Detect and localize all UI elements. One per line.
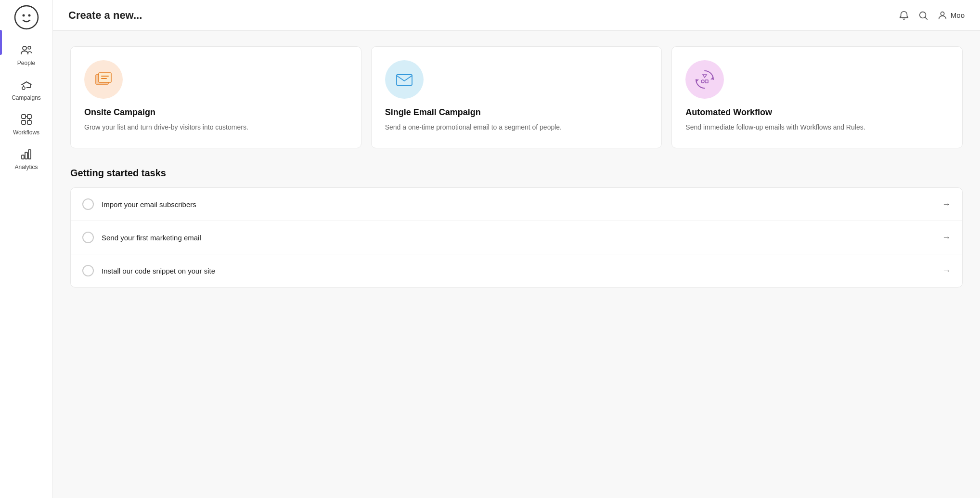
sidebar-item-campaigns[interactable]: Campaigns bbox=[0, 72, 52, 107]
svg-point-1 bbox=[22, 14, 25, 17]
task-import-subscribers[interactable]: Import your email subscribers → bbox=[71, 188, 962, 221]
single-email-campaign-card[interactable]: Single Email Campaign Send a one-time pr… bbox=[371, 46, 662, 148]
task-import-arrow: → bbox=[942, 199, 951, 210]
sidebar: People Campaigns Workflows Analytics bbox=[0, 0, 53, 498]
task-install-label: Install our code snippet on your site bbox=[102, 267, 215, 275]
tasks-list: Import your email subscribers → Send you… bbox=[70, 187, 963, 288]
getting-started-title: Getting started tasks bbox=[70, 168, 963, 179]
user-name: Moo bbox=[951, 11, 965, 19]
user-icon bbox=[937, 10, 948, 21]
svg-rect-14 bbox=[25, 152, 27, 159]
task-install-snippet[interactable]: Install our code snippet on your site → bbox=[71, 254, 962, 287]
svg-point-0 bbox=[15, 6, 38, 29]
svg-rect-13 bbox=[22, 155, 24, 159]
header-actions: Moo bbox=[899, 10, 965, 21]
svg-point-4 bbox=[28, 46, 31, 49]
sidebar-item-analytics[interactable]: Analytics bbox=[0, 142, 52, 176]
sidebar-item-workflows-label: Workflows bbox=[13, 129, 39, 136]
svg-rect-15 bbox=[28, 150, 31, 159]
svg-rect-7 bbox=[22, 115, 26, 118]
single-email-desc: Send a one-time promotional email to a s… bbox=[385, 122, 648, 132]
svg-point-5 bbox=[22, 87, 25, 90]
logo[interactable] bbox=[14, 5, 39, 30]
task-install-left: Install our code snippet on your site bbox=[82, 265, 215, 276]
active-indicator bbox=[0, 30, 2, 55]
task-send-left: Send your first marketing email bbox=[82, 232, 201, 243]
header: Create a new... Moo bbox=[53, 0, 980, 31]
main-content: Create a new... Moo bbox=[53, 0, 980, 498]
notifications-icon[interactable] bbox=[899, 10, 909, 21]
content-area: Onsite Campaign Grow your list and turn … bbox=[53, 31, 980, 303]
svg-rect-8 bbox=[27, 115, 31, 118]
search-icon[interactable] bbox=[918, 10, 928, 21]
task-install-arrow: → bbox=[942, 266, 951, 276]
task-send-circle bbox=[82, 232, 94, 243]
automated-workflow-icon-wrapper bbox=[685, 60, 724, 99]
onsite-campaign-card[interactable]: Onsite Campaign Grow your list and turn … bbox=[70, 46, 361, 148]
task-send-label: Send your first marketing email bbox=[102, 234, 201, 242]
campaign-cards-row: Onsite Campaign Grow your list and turn … bbox=[70, 46, 963, 148]
sidebar-item-people-label: People bbox=[17, 60, 35, 66]
svg-rect-20 bbox=[99, 73, 111, 82]
onsite-campaign-icon-wrapper bbox=[84, 60, 123, 99]
sidebar-item-analytics-label: Analytics bbox=[14, 164, 38, 170]
task-import-circle bbox=[82, 198, 94, 210]
svg-rect-9 bbox=[22, 120, 26, 124]
automated-workflow-card[interactable]: Automated Workflow Send immediate follow… bbox=[671, 46, 963, 148]
sidebar-item-workflows[interactable]: Workflows bbox=[0, 107, 52, 142]
automated-workflow-title: Automated Workflow bbox=[685, 107, 949, 118]
getting-started-section: Getting started tasks Import your email … bbox=[70, 168, 963, 288]
sidebar-item-campaigns-label: Campaigns bbox=[12, 94, 41, 101]
automated-workflow-desc: Send immediate follow-up emails with Wor… bbox=[685, 122, 949, 132]
svg-rect-23 bbox=[397, 75, 412, 85]
user-menu[interactable]: Moo bbox=[937, 10, 965, 21]
automated-workflow-icon bbox=[692, 67, 717, 92]
svg-point-27 bbox=[701, 80, 704, 83]
task-import-label: Import your email subscribers bbox=[102, 200, 196, 209]
svg-point-3 bbox=[23, 46, 26, 50]
svg-rect-28 bbox=[705, 80, 708, 83]
task-send-email[interactable]: Send your first marketing email → bbox=[71, 221, 962, 254]
sidebar-item-people[interactable]: People bbox=[0, 38, 52, 72]
single-email-title: Single Email Campaign bbox=[385, 107, 648, 118]
single-email-icon-wrapper bbox=[385, 60, 424, 99]
single-email-icon bbox=[393, 68, 416, 91]
page-title: Create a new... bbox=[68, 9, 142, 22]
svg-rect-10 bbox=[27, 120, 31, 124]
onsite-campaign-icon bbox=[92, 68, 115, 91]
svg-marker-26 bbox=[703, 75, 707, 78]
task-send-arrow: → bbox=[942, 233, 951, 243]
onsite-campaign-desc: Grow your list and turn drive-by visitor… bbox=[84, 122, 348, 132]
task-install-circle bbox=[82, 265, 94, 276]
svg-line-17 bbox=[925, 17, 927, 19]
task-import-left: Import your email subscribers bbox=[82, 198, 196, 210]
svg-point-18 bbox=[941, 12, 944, 15]
svg-point-2 bbox=[28, 14, 30, 17]
onsite-campaign-title: Onsite Campaign bbox=[84, 107, 348, 118]
